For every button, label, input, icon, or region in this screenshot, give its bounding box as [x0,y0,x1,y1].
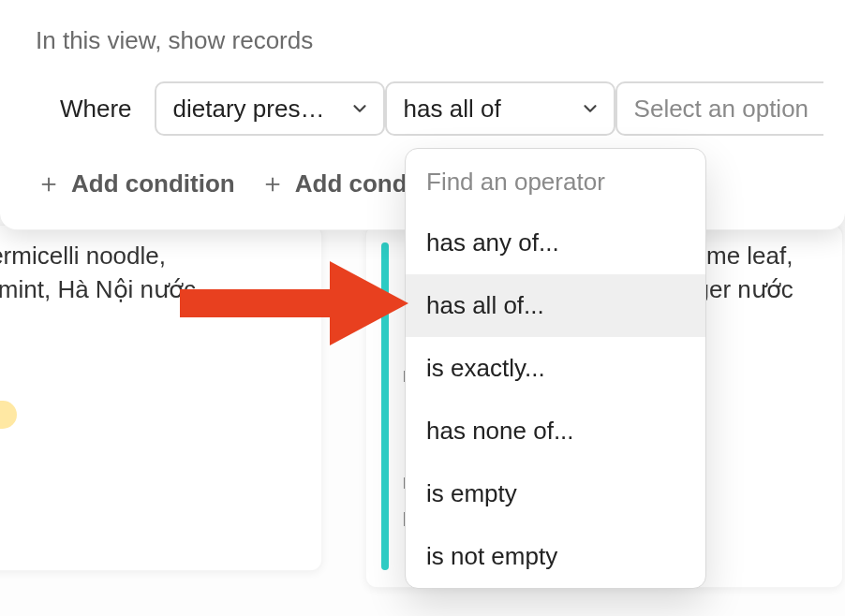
filter-panel-title: In this view, show records [36,26,845,55]
svg-marker-1 [330,261,408,345]
operator-search-input[interactable]: Find an operator [406,149,705,212]
value-selector-dropdown[interactable]: Select an option [615,81,823,136]
operator-selector-value: has all of [404,95,501,124]
operator-option-label: has any of... [426,228,559,257]
add-condition-label: Add condition [71,169,235,198]
svg-rect-0 [180,289,339,317]
operator-option-label: has all of... [426,291,544,319]
annotation-arrow-icon [180,261,408,345]
conjunction-label: Where [60,95,132,124]
operator-search-placeholder: Find an operator [426,168,605,196]
operator-option-has-all-of[interactable]: has all of... [406,274,705,337]
operator-popover: Find an operator has any of... has all o… [405,148,706,589]
filter-condition-row: Where dietary pres… has all of Select an… [36,81,845,136]
field-selector-value: dietary pres… [173,95,325,124]
add-condition-group-button[interactable]: ＋ Add conditi [259,166,429,201]
bg-text-fragment: er, vermicelli noodle, [0,240,166,272]
operator-option-has-none-of[interactable]: has none of... [406,400,705,462]
operator-option-label: is exactly... [426,354,545,382]
add-condition-button[interactable]: ＋ Add condition [36,166,235,201]
bg-text-fragment: a tô, mint, Hà Nội nước [0,273,196,306]
operator-option-is-exactly[interactable]: is exactly... [406,337,705,400]
value-selector-placeholder: Select an option [634,95,808,124]
chevron-down-icon [580,98,600,119]
plus-icon: ＋ [259,166,286,201]
plus-icon: ＋ [36,166,62,201]
chevron-down-icon [349,98,370,119]
operator-option-is-not-empty[interactable]: is not empty [406,525,705,588]
operator-option-is-empty[interactable]: is empty [406,462,705,525]
operator-option-label: is empty [426,479,517,507]
operator-option-label: has none of... [426,417,574,445]
operator-selector-dropdown[interactable]: has all of [385,81,615,136]
operator-option-has-any-of[interactable]: has any of... [406,212,705,274]
operator-option-label: is not empty [426,542,557,570]
field-selector-dropdown[interactable]: dietary pres… [155,81,385,136]
